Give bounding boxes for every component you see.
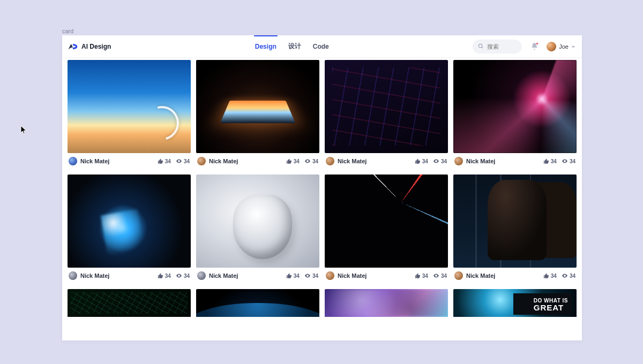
views-icon: [433, 158, 439, 164]
card-meta: Nick Matej3434: [68, 153, 191, 169]
likes-stat[interactable]: 34: [543, 158, 557, 164]
like-icon: [543, 273, 549, 279]
card-thumbnail[interactable]: [196, 60, 319, 153]
gallery-card[interactable]: DO WHAT ISGREAT: [453, 289, 577, 317]
views-icon: [304, 272, 311, 279]
page-tag-label: card: [62, 28, 73, 34]
author-avatar[interactable]: [197, 271, 206, 280]
views-stat[interactable]: 34: [562, 158, 575, 164]
card-thumbnail[interactable]: [453, 175, 577, 268]
card-thumbnail[interactable]: [68, 60, 191, 153]
chevron-down-icon: [571, 44, 575, 49]
gallery-card[interactable]: Nick Matej3434: [325, 175, 448, 284]
svg-point-8: [436, 275, 437, 276]
user-menu[interactable]: Joe: [547, 42, 575, 51]
card-thumbnail[interactable]: [325, 60, 448, 153]
gallery-card[interactable]: Nick Matej3434: [453, 175, 577, 284]
card-thumbnail[interactable]: [68, 175, 191, 268]
likes-stat[interactable]: 34: [286, 158, 300, 164]
views-stat[interactable]: 34: [304, 272, 318, 279]
author-name[interactable]: Nick Matej: [80, 158, 109, 164]
nav-tab-code[interactable]: Code: [313, 35, 329, 57]
views-icon: [176, 158, 182, 164]
search-box[interactable]: [473, 40, 522, 54]
author-avatar[interactable]: [326, 157, 334, 165]
views-icon: [562, 272, 568, 279]
author-name[interactable]: Nick Matej: [338, 158, 367, 164]
views-icon: [176, 272, 182, 279]
svg-point-7: [307, 275, 308, 276]
card-thumbnail[interactable]: [325, 289, 448, 317]
card-thumbnail[interactable]: [68, 289, 191, 317]
card-thumbnail[interactable]: [325, 175, 448, 268]
gallery-card[interactable]: Nick Matej3434: [196, 60, 319, 169]
views-stat[interactable]: 34: [304, 158, 318, 164]
author-avatar[interactable]: [454, 271, 463, 280]
views-icon: [433, 272, 439, 279]
views-stat[interactable]: 34: [176, 272, 190, 279]
poster-caption: DO WHAT ISGREAT: [534, 298, 568, 313]
user-name-label: Joe: [559, 43, 569, 50]
notification-dot-icon: [536, 42, 539, 45]
gallery-card[interactable]: [196, 289, 319, 317]
likes-stat[interactable]: 34: [158, 158, 171, 164]
like-icon: [158, 273, 163, 279]
gallery: Nick Matej3434Nick Matej3434Nick Matej34…: [62, 58, 582, 340]
views-stat[interactable]: 34: [433, 272, 447, 279]
svg-point-9: [564, 275, 565, 276]
svg-point-2: [178, 161, 180, 162]
logo-icon: [68, 43, 78, 50]
gallery-card[interactable]: [68, 289, 191, 317]
views-stat[interactable]: 34: [562, 272, 575, 279]
card-thumbnail[interactable]: [196, 289, 319, 317]
author-name[interactable]: Nick Matej: [80, 272, 109, 279]
card-meta: Nick Matej3434: [196, 153, 319, 169]
brand-title: AI Design: [81, 43, 111, 50]
gallery-card[interactable]: Nick Matej3434: [68, 60, 191, 169]
views-icon: [562, 158, 568, 164]
likes-stat[interactable]: 34: [415, 273, 428, 279]
author-name[interactable]: Nick Matej: [466, 272, 495, 279]
author-name[interactable]: Nick Matej: [209, 272, 238, 279]
card-thumbnail[interactable]: DO WHAT ISGREAT: [453, 289, 577, 317]
header: AI Design Design 设计 Code Joe: [62, 35, 582, 58]
card-meta: Nick Matej3434: [196, 268, 319, 284]
main-nav: Design 设计 Code: [111, 35, 473, 57]
cursor-icon: [20, 125, 27, 135]
app-window: AI Design Design 设计 Code Joe Nick Matej3: [62, 35, 582, 340]
search-input[interactable]: [487, 43, 517, 50]
author-avatar[interactable]: [69, 157, 77, 165]
svg-line-1: [482, 47, 483, 48]
notifications-button[interactable]: [529, 42, 539, 51]
likes-stat[interactable]: 34: [415, 158, 428, 164]
author-name[interactable]: Nick Matej: [338, 272, 367, 279]
search-icon: [478, 43, 484, 49]
nav-tab-sheji[interactable]: 设计: [288, 35, 301, 57]
card-meta: Nick Matej3434: [325, 268, 448, 284]
gallery-card[interactable]: Nick Matej3434: [325, 60, 448, 169]
avatar: [547, 42, 556, 51]
card-thumbnail[interactable]: [453, 60, 577, 153]
views-stat[interactable]: 34: [433, 158, 447, 164]
author-avatar[interactable]: [454, 157, 463, 165]
likes-stat[interactable]: 34: [158, 273, 171, 279]
gallery-card[interactable]: Nick Matej3434: [196, 175, 319, 284]
like-icon: [415, 158, 421, 164]
author-name[interactable]: Nick Matej: [209, 158, 238, 164]
author-avatar[interactable]: [69, 271, 77, 280]
header-actions: Joe: [473, 40, 575, 54]
gallery-card[interactable]: Nick Matej3434: [68, 175, 191, 284]
card-thumbnail[interactable]: [196, 175, 319, 268]
gallery-card[interactable]: Nick Matej3434: [453, 60, 577, 169]
likes-stat[interactable]: 34: [543, 273, 557, 279]
author-avatar[interactable]: [326, 271, 334, 280]
views-stat[interactable]: 34: [176, 158, 190, 164]
like-icon: [158, 158, 163, 164]
brand[interactable]: AI Design: [68, 43, 111, 50]
author-avatar[interactable]: [197, 157, 206, 165]
gallery-card[interactable]: [325, 289, 448, 317]
like-icon: [286, 273, 292, 279]
nav-tab-design[interactable]: Design: [255, 35, 276, 57]
author-name[interactable]: Nick Matej: [466, 158, 495, 164]
likes-stat[interactable]: 34: [286, 273, 300, 279]
